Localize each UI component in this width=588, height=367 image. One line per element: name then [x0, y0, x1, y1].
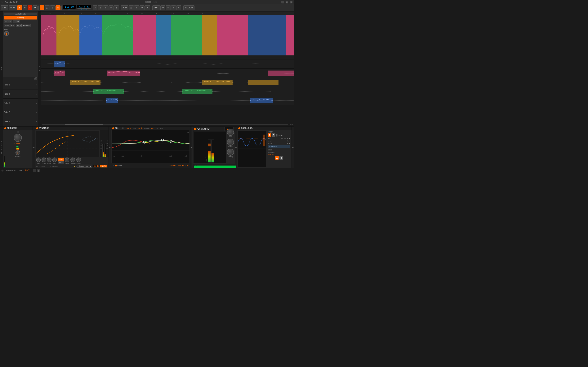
comping-btn[interactable]: Comping	[4, 16, 37, 19]
cycle-btn[interactable]: ↻	[139, 5, 145, 10]
delete-btn[interactable]: ✕	[176, 5, 181, 10]
range-20[interactable]: +20	[156, 127, 158, 129]
edit-tab[interactable]: EDIT	[24, 169, 31, 172]
input-knob[interactable]	[227, 129, 234, 136]
win-maximize-btn[interactable]: □	[285, 1, 288, 3]
eq-power[interactable]	[112, 127, 114, 129]
scale-b-btn[interactable]: B	[279, 156, 283, 160]
a-btn[interactable]: A	[268, 133, 271, 137]
add-osc-btn[interactable]: +	[235, 146, 237, 149]
end-add[interactable]: +	[292, 126, 294, 168]
rewind-btn[interactable]: ↩	[109, 5, 113, 10]
arrange-tab[interactable]: ARRANGE	[5, 169, 17, 172]
loop-mode-btn[interactable]: ⟳	[55, 5, 61, 10]
add-take-btn[interactable]: +	[34, 77, 37, 80]
forward-btn[interactable]: ⊞	[114, 5, 119, 10]
freeze-btn[interactable]: ❄ Freeze	[268, 145, 290, 148]
sc-fx-btn[interactable]: Sc FX	[100, 165, 107, 167]
de-esser-power[interactable]	[4, 127, 6, 129]
rms-btn[interactable]: RMS	[58, 161, 64, 164]
pitch-knob[interactable]	[4, 31, 9, 36]
pan-btn[interactable]: Pan	[10, 24, 15, 27]
tab-close[interactable]: ✕	[19, 1, 21, 3]
scrollbar-thumb[interactable]	[65, 124, 103, 125]
take3-waveform[interactable]	[41, 78, 294, 87]
nudge-right-btn[interactable]: ▷	[103, 5, 108, 10]
take1-close[interactable]: ×	[36, 120, 37, 123]
copy-btn[interactable]: ⧉	[171, 5, 176, 10]
dynamics-add-left[interactable]: +	[33, 126, 35, 168]
formant-btn[interactable]: Formant	[22, 24, 31, 27]
metronome-btn[interactable]: ♩	[93, 5, 97, 10]
osc-add-left[interactable]: +	[235, 126, 237, 168]
view-btn-2[interactable]: |||	[37, 169, 40, 172]
de-esser-freq-knob[interactable]	[14, 134, 22, 142]
device-input-select[interactable]: Device Input	[77, 165, 92, 168]
output-knob[interactable]	[76, 158, 81, 162]
region-btn[interactable]: REGION	[183, 5, 194, 10]
eq-graph[interactable]: 20 100 1k 10k 10k 4 5	[112, 130, 190, 168]
attack-knob[interactable]	[65, 158, 69, 162]
mix-tab[interactable]: MIX	[17, 169, 23, 172]
play2-btn[interactable]: ▷	[134, 5, 139, 10]
take1-waveform[interactable]	[41, 96, 294, 105]
end-add-btn[interactable]: +	[292, 146, 294, 149]
slope-up[interactable]: ▲	[286, 142, 288, 144]
main-waveform[interactable]	[41, 15, 294, 56]
stop-btn[interactable]: ■	[23, 5, 27, 10]
folder-btn[interactable]: 🗀	[145, 5, 150, 10]
add-eq-btn[interactable]: +	[109, 146, 111, 149]
pitch-btn[interactable]: Pitch	[16, 24, 22, 27]
range-10[interactable]: +10	[151, 127, 154, 129]
osc-power[interactable]	[238, 127, 240, 129]
lo-knee-knob[interactable]	[42, 158, 46, 162]
take5-close[interactable]: ×	[36, 84, 37, 86]
b-btn[interactable]: B	[272, 133, 275, 137]
hi-ratio-knob[interactable]	[47, 158, 52, 162]
take2-waveform[interactable]	[41, 87, 294, 96]
play-btn[interactable]: ▶	[17, 5, 22, 10]
edit-btn[interactable]: EDIT	[152, 5, 160, 10]
peak-btn[interactable]: Peak	[58, 158, 64, 161]
ceiling-knob[interactable]	[227, 149, 234, 156]
loop-btn[interactable]: ⇌	[33, 5, 37, 10]
eq-add-left[interactable]: +	[109, 126, 111, 168]
region-mode-btn[interactable]: ⊞	[50, 5, 55, 10]
scale-a-btn[interactable]: A	[275, 156, 279, 160]
hi-knee-knob[interactable]	[52, 158, 57, 162]
amount-knob[interactable]	[16, 150, 20, 155]
file-btn[interactable]: FILE	[1, 5, 8, 10]
add-dynamics-btn[interactable]: +	[33, 146, 35, 149]
take5-waveform[interactable]	[41, 59, 294, 69]
add-btn[interactable]: +	[40, 5, 44, 10]
record-btn[interactable]: ●	[27, 5, 32, 10]
add-track-btn[interactable]: ADD	[121, 5, 129, 10]
dynamics-power[interactable]	[36, 127, 38, 129]
range-30[interactable]: +30	[160, 127, 163, 129]
take4-close[interactable]: ×	[36, 93, 37, 95]
undo-btn[interactable]: ↩	[160, 5, 165, 10]
pl-release-knob[interactable]	[227, 139, 234, 146]
release-knob[interactable]	[70, 158, 75, 162]
keytrack-icon[interactable]: |||	[289, 151, 290, 153]
lo-ratio-knob[interactable]	[36, 158, 41, 162]
hold-up[interactable]: ▲	[286, 138, 288, 139]
gain-btn[interactable]: Gain	[4, 24, 10, 27]
onsets-btn[interactable]: Onsets	[13, 20, 20, 23]
limiter-add-left[interactable]: +	[190, 126, 193, 168]
hold-down[interactable]: ▼	[289, 138, 290, 139]
take4-waveform[interactable]	[41, 69, 294, 78]
band-power-indicator[interactable]	[115, 165, 117, 167]
take2-close[interactable]: ×	[36, 111, 37, 114]
play-label-btn[interactable]: PLAY	[9, 5, 17, 10]
redo-btn[interactable]: ↪	[166, 5, 171, 10]
win-close-btn[interactable]: ✕	[290, 1, 293, 3]
nudge-left-btn[interactable]: ◁	[98, 5, 103, 10]
slope-down[interactable]: ▼	[289, 142, 290, 144]
play-icon[interactable]: ▶	[281, 134, 283, 136]
view-btn-1[interactable]: □	[33, 169, 36, 172]
audio-events-btn[interactable]: Audio Events	[4, 13, 37, 15]
peak-limiter-power[interactable]	[194, 128, 196, 130]
win-minimize-btn[interactable]: —	[281, 1, 284, 3]
comp-btn[interactable]: ⬚	[45, 5, 50, 10]
